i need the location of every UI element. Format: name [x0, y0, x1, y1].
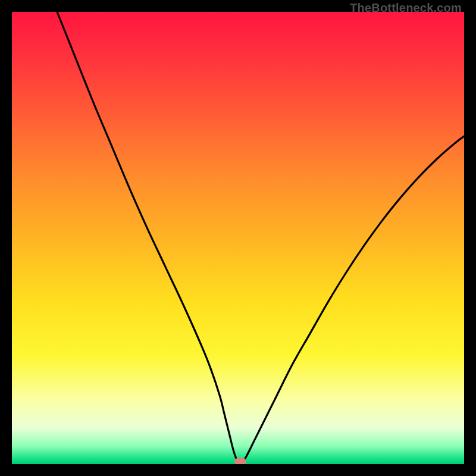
chart-frame: TheBottleneck.com	[0, 0, 476, 476]
optimum-marker	[234, 458, 246, 464]
bottleneck-curve	[12, 12, 464, 464]
plot-area	[12, 12, 464, 464]
watermark-text: TheBottleneck.com	[350, 1, 462, 15]
